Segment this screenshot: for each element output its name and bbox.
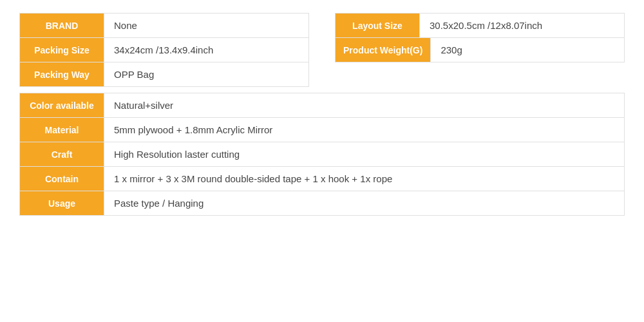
- spec-value: Paste type / Hanging: [104, 191, 624, 215]
- spec-value: 1 x mirror + 3 x 3M round double-sided t…: [104, 167, 624, 191]
- spec-label: BRAND: [20, 14, 104, 37]
- full-spec-row: Craft High Resolution laster cutting: [19, 142, 625, 166]
- spec-row: Packing Size 34x24cm /13.4x9.4inch: [19, 37, 309, 62]
- spec-value: 5mm plywood + 1.8mm Acrylic Mirror: [104, 118, 624, 142]
- spec-label: Contain: [20, 167, 104, 191]
- spec-label: Packing Way: [20, 62, 104, 86]
- spec-row: BRAND None: [19, 13, 309, 38]
- right-column: Layout Size 30.5x20.5cm /12x8.07inch Pro…: [335, 13, 625, 86]
- full-spec-row: Contain 1 x mirror + 3 x 3M round double…: [19, 166, 625, 191]
- spec-row: Product Weight(G) 230g: [335, 37, 625, 62]
- spec-row: Packing Way OPP Bag: [19, 62, 309, 87]
- full-spec-row: Usage Paste type / Hanging: [19, 191, 625, 216]
- spec-label: Material: [20, 118, 104, 142]
- full-spec-row: Material 5mm plywood + 1.8mm Acrylic Mir…: [19, 117, 625, 142]
- spec-value: 30.5x20.5cm /12x8.07inch: [419, 14, 624, 37]
- spec-value: 34x24cm /13.4x9.4inch: [104, 38, 308, 62]
- spec-label: Craft: [20, 142, 104, 166]
- bottom-rows: Color available Natural+silver Material …: [19, 93, 625, 216]
- full-spec-row: Color available Natural+silver: [19, 93, 625, 117]
- spec-label: Packing Size: [20, 38, 104, 62]
- spec-label: Color available: [20, 93, 104, 117]
- left-column: BRAND None Packing Size 34x24cm /13.4x9.…: [19, 13, 309, 86]
- spec-value: OPP Bag: [104, 62, 308, 86]
- spec-value: High Resolution laster cutting: [104, 142, 624, 166]
- spec-label: Layout Size: [336, 14, 419, 37]
- spec-value: 230g: [430, 38, 624, 62]
- spec-value: None: [104, 14, 308, 37]
- spec-label: Usage: [20, 191, 104, 215]
- spec-row: Layout Size 30.5x20.5cm /12x8.07inch: [335, 13, 625, 38]
- spec-label: Product Weight(G): [336, 38, 430, 62]
- spec-value: Natural+silver: [104, 93, 624, 117]
